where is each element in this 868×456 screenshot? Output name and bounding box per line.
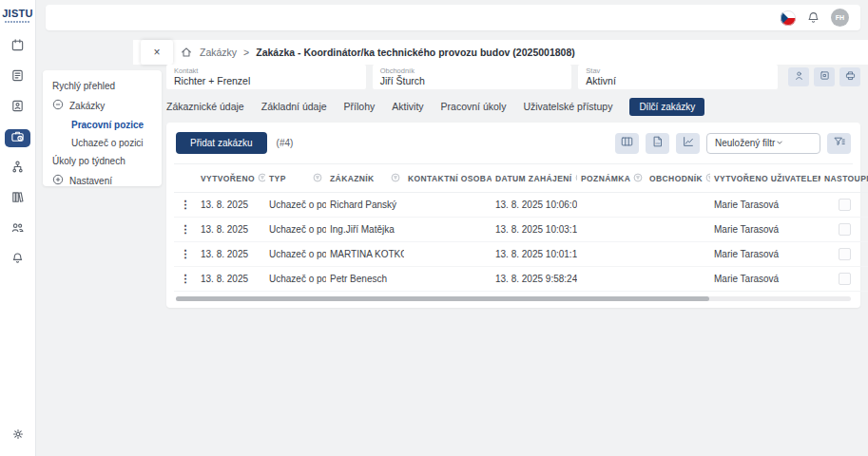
cell-customer: Ing.Jiří Matějka (326, 218, 404, 242)
tab-dilci-zakazky[interactable]: Dílčí zakázky (629, 98, 704, 116)
tab-zakladni-udaje[interactable]: Základní údaje (261, 101, 327, 112)
cell-salesman (646, 193, 710, 218)
rail-item-settings[interactable] (5, 427, 30, 445)
table-row[interactable]: ⋮ 13. 8. 2025 Uchazeč o pozici Richard P… (174, 193, 868, 218)
rail-item-jobs[interactable] (5, 129, 30, 147)
quick-nav-item-ukoly-po-tydnech[interactable]: Úkoly po týdnech (52, 156, 152, 166)
briefcase-clock-icon (10, 129, 25, 147)
rail-item-team[interactable] (5, 220, 30, 238)
close-icon[interactable]: × (141, 40, 173, 65)
cell-contact-person (404, 267, 492, 292)
tab-zakaznicke-udaje[interactable]: Zákaznické údaje (166, 101, 244, 112)
row-menu-kebab-icon[interactable]: ⋮ (174, 193, 197, 218)
rail-item-documents[interactable] (5, 68, 30, 86)
field-stav-value: Aktivní (586, 75, 770, 87)
table-row[interactable]: ⋮ 13. 8. 2025 Uchazeč o pozici Petr Bene… (174, 267, 868, 292)
svg-text:csv: csv (655, 142, 660, 145)
column-filter-icon[interactable] (575, 173, 577, 184)
column-settings-button[interactable] (615, 133, 639, 154)
cell-created-by: Marie Tarasová (710, 267, 820, 292)
cell-note (577, 242, 646, 267)
field-obchodnik-label: Obchodník (380, 66, 565, 75)
table-header-row: VYTVOŘENO TYP ZÁKAZNÍK KONTAKTNÍ OSOBA D… (174, 164, 868, 193)
cell-created: 13. 8. 2025 (197, 242, 265, 267)
breadcrumb-root[interactable]: Zakázky (200, 47, 237, 58)
rail-item-contacts[interactable] (5, 99, 30, 117)
add-order-button[interactable]: Přidat zakázku (176, 132, 267, 154)
cell-note (577, 267, 646, 292)
chart-icon (682, 135, 695, 152)
record-count: (#4) (277, 138, 294, 148)
assign-person-button[interactable] (788, 67, 809, 86)
home-icon[interactable] (180, 46, 193, 59)
column-header-kontaktni-osoba: KONTAKTNÍ OSOBA (408, 174, 492, 183)
collapse-minus-icon (52, 99, 64, 112)
tab-pracovni-ukoly[interactable]: Pracovní úkoly (441, 101, 507, 112)
column-filter-icon[interactable] (705, 173, 710, 184)
quick-nav-group-nastaveni[interactable]: Nastavení (52, 174, 152, 187)
calendar-icon (10, 38, 25, 56)
organization-button[interactable] (814, 67, 835, 86)
cell-start-date: 13. 8. 2025 9:58:24 (492, 267, 577, 292)
column-filter-icon[interactable] (633, 173, 643, 184)
field-kontakt-value: Richter + Frenzel (174, 75, 358, 87)
expand-plus-icon (52, 174, 64, 187)
field-actions (784, 65, 860, 89)
column-header-obchodnik: OBCHODNÍK (649, 174, 703, 183)
top-bar: FH (46, 5, 860, 30)
field-obchodnik[interactable]: Obchodník Jiří Šturch (373, 65, 572, 89)
quick-nav-group-zakazky[interactable]: Zakázky (52, 99, 152, 112)
advanced-filter-button[interactable] (827, 133, 851, 154)
chart-view-button[interactable] (676, 133, 700, 154)
settings-gear-icon (11, 428, 25, 445)
joined-checkbox[interactable] (839, 223, 851, 236)
notifications-bell-icon[interactable] (806, 10, 820, 25)
cell-created: 13. 8. 2025 (197, 218, 265, 242)
horizontal-scrollbar-track[interactable] (176, 296, 851, 301)
hierarchy-icon (10, 160, 25, 178)
tab-aktivity[interactable]: Aktivity (392, 101, 423, 112)
cell-note (577, 193, 646, 218)
language-czech-flag-icon[interactable] (781, 10, 796, 26)
cell-contact-person (404, 193, 492, 218)
export-csv-button[interactable]: csv (646, 133, 669, 154)
quick-nav-item-uchazec-o-pozici[interactable]: Uchazeč o pozici (52, 138, 152, 148)
joined-checkbox[interactable] (839, 248, 851, 260)
cell-salesman (646, 218, 710, 242)
joined-checkbox[interactable] (839, 273, 851, 285)
horizontal-scrollbar-thumb[interactable] (176, 296, 709, 301)
rail-item-library[interactable] (5, 190, 30, 208)
joined-checkbox[interactable] (839, 199, 851, 211)
organization-icon (819, 68, 831, 86)
rail-item-hierarchy[interactable] (5, 160, 30, 178)
cell-customer: MARTINA KOTKOVÁ (326, 242, 404, 267)
cell-contact-person (404, 242, 492, 267)
filter-select[interactable]: Neuložený filtr (706, 133, 820, 154)
row-menu-kebab-icon[interactable]: ⋮ (174, 267, 197, 292)
tab-prilohy[interactable]: Přílohy (344, 101, 376, 112)
row-menu-kebab-icon[interactable]: ⋮ (174, 242, 197, 267)
quick-nav-item-pracovni-pozice[interactable]: Pracovní pozice (52, 120, 152, 130)
field-kontakt-label: Kontakt (174, 66, 358, 75)
tab-uzivatelske-pristupy[interactable]: Uživatelské přístupy (523, 101, 612, 112)
column-filter-icon[interactable] (258, 173, 265, 184)
row-menu-kebab-icon[interactable]: ⋮ (174, 218, 197, 242)
advanced-filter-icon (833, 135, 846, 152)
user-avatar[interactable]: FH (831, 9, 849, 27)
rail-item-alerts[interactable] (5, 251, 30, 269)
print-button[interactable] (839, 67, 860, 86)
detail-tabs: Zákaznické údaje Základní údaje Přílohy … (166, 97, 860, 116)
column-filter-icon[interactable] (313, 173, 322, 184)
field-stav[interactable]: Stav Aktivní (578, 65, 778, 89)
field-kontakt[interactable]: Kontakt Richter + Frenzel (166, 65, 366, 89)
column-header-nastoupil: NASTOUPIL (824, 174, 868, 183)
column-filter-icon[interactable] (391, 173, 400, 184)
field-stav-label: Stav (586, 66, 770, 75)
breadcrumb-current: Zakázka - Koordinátor/ka technického pro… (256, 47, 575, 58)
table-row[interactable]: ⋮ 13. 8. 2025 Uchazeč o pozici Ing.Jiří … (174, 218, 868, 242)
cell-note (577, 218, 646, 242)
rail-item-calendar[interactable] (5, 38, 30, 56)
person-icon (793, 68, 805, 86)
table-row[interactable]: ⋮ 13. 8. 2025 Uchazeč o pozici MARTINA K… (174, 242, 868, 267)
table-toolbar: Přidat zakázku (#4) csv Neuložený filtr (174, 130, 853, 164)
